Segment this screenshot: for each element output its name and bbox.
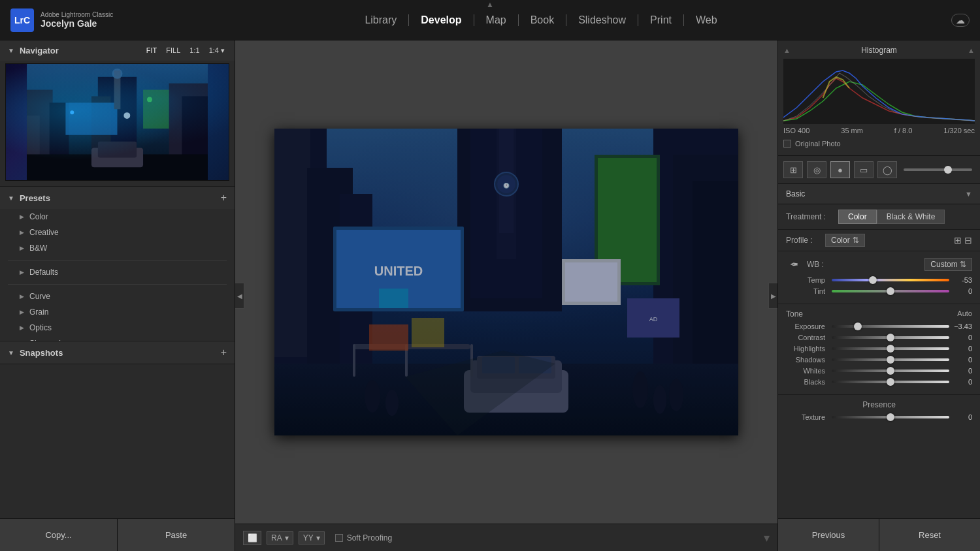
soft-proofing-area[interactable]: Soft Proofing [335, 533, 392, 543]
original-photo-checkbox[interactable] [783, 140, 791, 148]
wb-label: WB : [807, 260, 824, 269]
histogram-tri-right[interactable]: ▲ [968, 46, 975, 54]
preset-item-grain[interactable]: ▶ Grain [0, 304, 235, 320]
curve-edit-icon[interactable]: ◯ [877, 161, 897, 178]
presets-title: Presets [20, 193, 221, 203]
original-photo-row[interactable]: Original Photo [783, 137, 975, 150]
basic-expand-icon[interactable]: ▼ [965, 190, 972, 198]
right-panel-collapse-arrow[interactable]: ▶ [768, 283, 777, 309]
right-panel: ▲ Histogram ▲ [777, 40, 980, 551]
preset-item-color[interactable]: ▶ Color [0, 209, 235, 225]
paste-button[interactable]: Paste [118, 519, 235, 551]
svg-rect-11 [65, 102, 117, 134]
nav-develop[interactable]: Develop [409, 14, 474, 26]
highlights-slider[interactable] [832, 347, 949, 350]
one-to-four-btn[interactable]: 1:4 ▾ [207, 46, 227, 55]
nav-slideshow[interactable]: Slideshow [566, 14, 638, 26]
histogram-tri-left[interactable]: ▲ [783, 46, 791, 54]
svg-rect-13 [114, 71, 121, 109]
temp-thumb[interactable] [869, 276, 877, 284]
yy-dropdown-arrow: ▾ [316, 533, 320, 543]
soft-proofing-checkbox[interactable] [335, 534, 343, 542]
grid-edit-icon[interactable]: ⊞ [783, 161, 803, 178]
cloud-sync-icon[interactable]: ☁ [951, 14, 970, 27]
toolbar-expand-icon[interactable]: ▾ [764, 531, 770, 545]
presence-section: Presence Texture 0 [778, 395, 980, 430]
snapshots-header[interactable]: ▼ Snapshots + [0, 341, 235, 364]
blacks-thumb[interactable] [887, 378, 894, 386]
nav-library[interactable]: Library [353, 14, 409, 26]
contrast-slider[interactable] [832, 336, 949, 339]
temp-slider[interactable] [832, 279, 949, 281]
navigator-header[interactable]: ▼ Navigator FIT FILL 1:1 1:4 ▾ [0, 40, 235, 61]
nav-book[interactable]: Book [519, 14, 566, 26]
svg-rect-0 [27, 64, 208, 180]
exposure-thumb[interactable] [854, 323, 862, 330]
shadows-thumb[interactable] [887, 356, 894, 364]
exposure-label: Exposure [786, 323, 825, 330]
texture-slider[interactable] [832, 416, 949, 418]
wb-dropdown-arrow: ⇅ [960, 260, 966, 269]
highlights-thumb[interactable] [887, 345, 894, 353]
presets-header[interactable]: ▼ Presets + [0, 187, 235, 209]
presence-title: Presence [786, 400, 972, 409]
presets-add-btn[interactable]: + [221, 192, 227, 204]
preset-item-bw[interactable]: ▶ B&W [0, 240, 235, 256]
top-collapse-arrow[interactable]: ▲ [486, 0, 494, 9]
preset-item-curve[interactable]: ▶ Curve [0, 289, 235, 304]
ra-dropdown[interactable]: RA ▾ [267, 531, 293, 544]
whites-value: 0 [949, 367, 972, 375]
app-logo: LrC [10, 8, 34, 32]
hsl-edit-icon[interactable]: ▭ [854, 161, 874, 178]
texture-thumb[interactable] [887, 413, 894, 421]
nav-web[interactable]: Web [684, 14, 729, 26]
preset-item-defaults[interactable]: ▶ Defaults [0, 264, 235, 280]
color-treatment-btn[interactable]: Color [838, 210, 877, 224]
crop-tool-icon[interactable]: ⬜ [243, 531, 261, 545]
histogram-canvas [783, 59, 975, 124]
whites-slider[interactable] [832, 370, 949, 372]
tint-label: Tint [786, 287, 825, 295]
snapshots-add-btn[interactable]: + [221, 347, 227, 358]
svg-rect-63 [783, 59, 975, 124]
fill-btn[interactable]: FILL [164, 46, 182, 55]
snapshots-section: ▼ Snapshots + [0, 341, 235, 364]
image-container[interactable]: 🕐 UNITED AD [235, 40, 777, 524]
tint-slider[interactable] [832, 290, 949, 292]
exposure-slider-row: Exposure −3.43 [786, 323, 972, 330]
wb-dropdown[interactable]: Custom ⇅ [924, 258, 972, 271]
copy-button[interactable]: Copy... [0, 519, 118, 551]
fit-btn[interactable]: FIT [144, 46, 159, 55]
preset-item-optics[interactable]: ▶ Optics [0, 320, 235, 336]
auto-btn[interactable]: Auto [957, 309, 972, 319]
one-to-one-btn[interactable]: 1:1 [188, 46, 201, 55]
yy-dropdown[interactable]: YY ▾ [299, 531, 325, 544]
wb-section: ✒ WB : Custom ⇅ Temp -53 Tint [778, 251, 980, 304]
blacks-slider[interactable] [832, 381, 949, 383]
reset-button[interactable]: Reset [879, 519, 980, 551]
previous-button[interactable]: Previous [778, 519, 879, 551]
iso-label: ISO 400 [783, 127, 809, 134]
contrast-thumb[interactable] [887, 334, 894, 341]
shadows-slider[interactable] [832, 358, 949, 361]
left-panel-collapse-arrow[interactable]: ◀ [235, 283, 244, 309]
bw-treatment-btn[interactable]: Black & White [877, 210, 945, 224]
texture-slider-row: Texture 0 [786, 413, 972, 421]
profile-grid-icon[interactable]: ⊞ ⊟ [954, 235, 972, 245]
nav-print[interactable]: Print [638, 14, 684, 26]
crop-edit-icon[interactable]: ◎ [807, 161, 826, 178]
profile-select[interactable]: Color ⇅ [825, 234, 865, 247]
preset-item-sharpening[interactable]: ▶ Sharpening [0, 336, 235, 341]
profile-label: Profile : [786, 236, 825, 245]
nav-map[interactable]: Map [474, 14, 519, 26]
preset-item-creative[interactable]: ▶ Creative [0, 225, 235, 240]
snapshots-collapse-icon: ▼ [8, 349, 14, 356]
tint-thumb[interactable] [887, 287, 894, 295]
whites-thumb[interactable] [887, 367, 894, 375]
detail-edit-icon[interactable]: ● [830, 161, 850, 178]
navigator-controls: FIT FILL 1:1 1:4 ▾ [144, 46, 227, 55]
basic-header[interactable]: Basic ▼ [778, 184, 980, 204]
eyedropper-icon[interactable]: ✒ [786, 257, 802, 272]
slider-edit-icon[interactable] [904, 168, 972, 171]
exposure-slider[interactable] [832, 325, 949, 328]
